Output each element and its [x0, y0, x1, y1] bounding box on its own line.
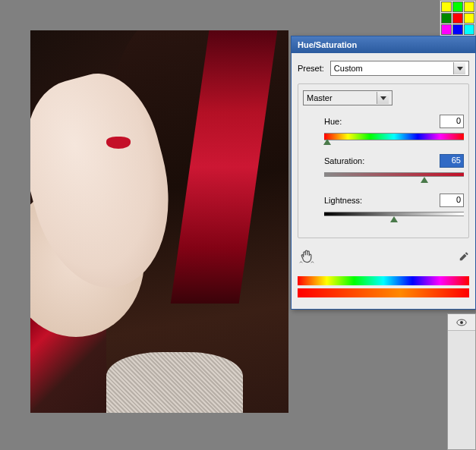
hue-input[interactable]: 0 [440, 115, 464, 128]
lightness-label: Lightness: [324, 196, 362, 205]
photo-image [30, 30, 288, 413]
saturation-label: Saturation: [324, 156, 364, 165]
photo-region [106, 137, 131, 149]
document-canvas[interactable] [30, 30, 288, 413]
hue-slider-row: Hue: 0 [324, 115, 464, 140]
input-spectrum-bar[interactable] [298, 276, 469, 285]
preset-dropdown[interactable]: Custom [330, 61, 469, 76]
lightness-slider-row: Lightness: 0 [324, 194, 464, 219]
chevron-down-icon [377, 92, 389, 104]
swatch[interactable] [452, 24, 463, 35]
hue-saturation-dialog: Hue/Saturation Preset: Custom Master Hue… [291, 36, 476, 310]
lightness-slider-thumb[interactable] [390, 216, 398, 222]
swatch[interactable] [464, 24, 474, 35]
layer-visibility-toggle[interactable] [448, 314, 475, 331]
channel-dropdown[interactable]: Master [303, 90, 392, 105]
adjustment-group: Master Hue: 0 Saturation: [298, 83, 469, 238]
saturation-slider-track[interactable] [324, 172, 464, 180]
preset-value: Custom [334, 64, 363, 73]
svg-point-1 [460, 321, 463, 324]
preset-label: Preset: [298, 64, 324, 73]
lightness-input[interactable]: 0 [440, 194, 464, 207]
hue-slider-track[interactable] [324, 133, 464, 140]
sliders: Hue: 0 Saturation: 65 [324, 115, 464, 219]
saturation-slider-thumb[interactable] [421, 177, 428, 183]
swatch[interactable] [441, 24, 452, 35]
dialog-title: Hue/Saturation [298, 40, 357, 49]
dialog-titlebar[interactable]: Hue/Saturation [292, 36, 475, 53]
eye-icon [456, 319, 467, 326]
swatch[interactable] [441, 13, 452, 24]
saturation-input[interactable]: 65 [440, 154, 464, 168]
lightness-slider-track[interactable] [324, 212, 464, 219]
color-spectrum-bars [298, 276, 469, 297]
dialog-body: Preset: Custom Master Hue: 0 [292, 53, 475, 307]
swatch[interactable] [464, 2, 474, 12]
channel-value: Master [307, 93, 333, 102]
hue-label: Hue: [324, 117, 342, 126]
pencil-icon[interactable] [459, 251, 469, 263]
photo-region [106, 352, 243, 413]
targeted-adjustment-icon[interactable] [299, 249, 314, 266]
swatch[interactable] [452, 2, 463, 12]
tool-row [298, 249, 469, 266]
chevron-down-icon [453, 62, 465, 74]
color-swatches-panel[interactable] [440, 0, 476, 36]
swatch[interactable] [464, 13, 474, 24]
layers-panel-strip[interactable] [447, 313, 476, 450]
swatch[interactable] [452, 13, 463, 24]
saturation-slider-row: Saturation: 65 [324, 154, 464, 180]
output-spectrum-bar[interactable] [298, 288, 469, 297]
preset-row: Preset: Custom [298, 61, 469, 76]
swatch[interactable] [441, 2, 452, 12]
hue-slider-thumb[interactable] [323, 139, 331, 145]
